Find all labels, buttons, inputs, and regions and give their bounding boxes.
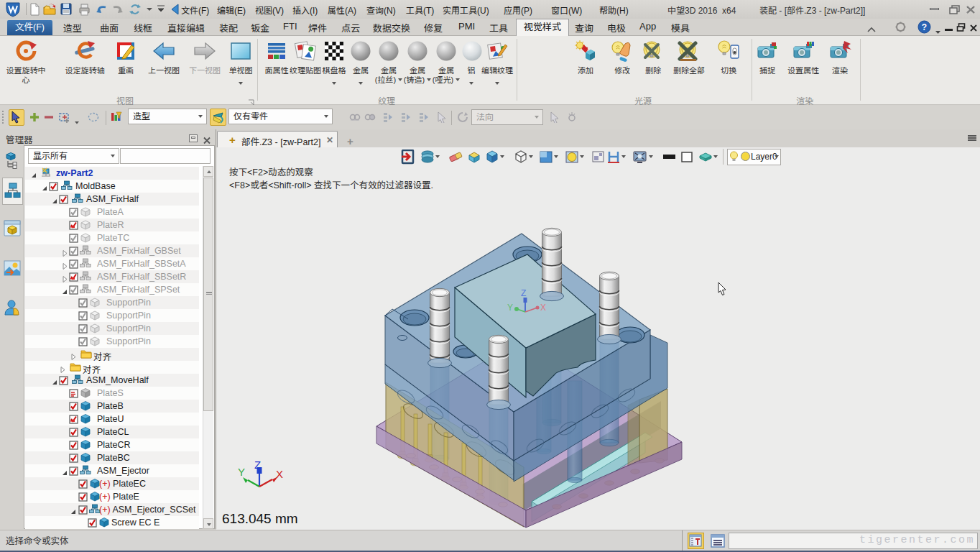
svg-text:Y: Y <box>238 466 245 478</box>
svg-text:Y: Y <box>507 303 513 313</box>
svg-text:Z: Z <box>254 459 261 471</box>
svg-text:X: X <box>276 468 283 480</box>
svg-text:?: ? <box>922 22 927 32</box>
svg-text:Z: Z <box>521 288 526 298</box>
svg-text:X: X <box>540 303 546 313</box>
